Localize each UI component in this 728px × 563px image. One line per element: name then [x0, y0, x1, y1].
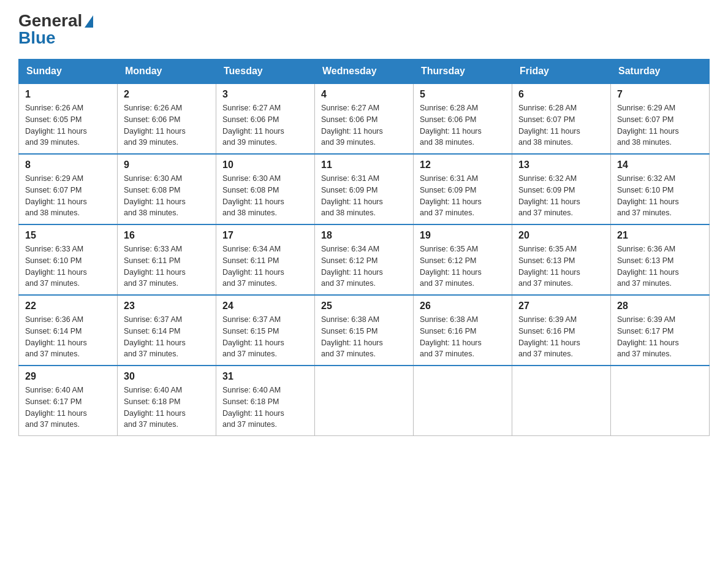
calendar-cell: 11Sunrise: 6:31 AMSunset: 6:09 PMDayligh…: [315, 154, 414, 224]
calendar-cell: 4Sunrise: 6:27 AMSunset: 6:06 PMDaylight…: [315, 83, 414, 154]
day-number: 19: [420, 230, 506, 241]
day-info: Sunrise: 6:28 AMSunset: 6:06 PMDaylight:…: [420, 102, 506, 148]
calendar-cell: [315, 366, 414, 436]
calendar-cell: 10Sunrise: 6:30 AMSunset: 6:08 PMDayligh…: [216, 154, 315, 224]
calendar-cell: 7Sunrise: 6:29 AMSunset: 6:07 PMDaylight…: [611, 83, 710, 154]
day-number: 27: [518, 301, 604, 312]
day-number: 16: [124, 230, 210, 241]
day-number: 6: [518, 89, 604, 100]
calendar-cell: 25Sunrise: 6:38 AMSunset: 6:15 PMDayligh…: [315, 295, 414, 366]
calendar-cell: 14Sunrise: 6:32 AMSunset: 6:10 PMDayligh…: [611, 154, 710, 224]
calendar-cell: 2Sunrise: 6:26 AMSunset: 6:06 PMDaylight…: [118, 83, 216, 154]
day-info: Sunrise: 6:38 AMSunset: 6:16 PMDaylight:…: [420, 314, 506, 360]
calendar-cell: 21Sunrise: 6:36 AMSunset: 6:13 PMDayligh…: [611, 224, 710, 295]
day-number: 7: [617, 89, 703, 100]
day-number: 26: [420, 301, 506, 312]
day-info: Sunrise: 6:33 AMSunset: 6:11 PMDaylight:…: [124, 243, 210, 289]
week-row-1: 1Sunrise: 6:26 AMSunset: 6:05 PMDaylight…: [19, 83, 710, 154]
day-info: Sunrise: 6:32 AMSunset: 6:10 PMDaylight:…: [617, 173, 703, 219]
day-info: Sunrise: 6:29 AMSunset: 6:07 PMDaylight:…: [25, 173, 111, 219]
day-number: 1: [25, 89, 111, 100]
calendar-cell: 8Sunrise: 6:29 AMSunset: 6:07 PMDaylight…: [19, 154, 118, 224]
calendar-cell: 3Sunrise: 6:27 AMSunset: 6:06 PMDaylight…: [216, 83, 315, 154]
week-row-3: 15Sunrise: 6:33 AMSunset: 6:10 PMDayligh…: [19, 224, 710, 295]
calendar-weekday-tuesday: Tuesday: [216, 59, 315, 84]
day-info: Sunrise: 6:40 AMSunset: 6:17 PMDaylight:…: [25, 385, 111, 431]
day-info: Sunrise: 6:33 AMSunset: 6:10 PMDaylight:…: [25, 243, 111, 289]
calendar-cell: 16Sunrise: 6:33 AMSunset: 6:11 PMDayligh…: [118, 224, 216, 295]
calendar-cell: 5Sunrise: 6:28 AMSunset: 6:06 PMDaylight…: [414, 83, 512, 154]
calendar-weekday-friday: Friday: [512, 59, 611, 84]
calendar-cell: 20Sunrise: 6:35 AMSunset: 6:13 PMDayligh…: [512, 224, 611, 295]
day-info: Sunrise: 6:30 AMSunset: 6:08 PMDaylight:…: [222, 173, 308, 219]
day-info: Sunrise: 6:39 AMSunset: 6:17 PMDaylight:…: [617, 314, 703, 360]
day-number: 18: [321, 230, 407, 241]
day-number: 12: [420, 159, 506, 170]
calendar-cell: 1Sunrise: 6:26 AMSunset: 6:05 PMDaylight…: [19, 83, 118, 154]
calendar-cell: 12Sunrise: 6:31 AMSunset: 6:09 PMDayligh…: [414, 154, 512, 224]
day-info: Sunrise: 6:39 AMSunset: 6:16 PMDaylight:…: [518, 314, 604, 360]
day-info: Sunrise: 6:36 AMSunset: 6:14 PMDaylight:…: [25, 314, 111, 360]
day-info: Sunrise: 6:40 AMSunset: 6:18 PMDaylight:…: [222, 385, 308, 431]
calendar-table: SundayMondayTuesdayWednesdayThursdayFrid…: [18, 59, 710, 436]
calendar-weekday-monday: Monday: [118, 59, 216, 84]
calendar-cell: 22Sunrise: 6:36 AMSunset: 6:14 PMDayligh…: [19, 295, 118, 366]
day-number: 10: [222, 159, 308, 170]
calendar-weekday-saturday: Saturday: [611, 59, 710, 84]
day-number: 22: [25, 301, 111, 312]
calendar-cell: 27Sunrise: 6:39 AMSunset: 6:16 PMDayligh…: [512, 295, 611, 366]
page-header: General Blue: [18, 12, 710, 47]
calendar-cell: 13Sunrise: 6:32 AMSunset: 6:09 PMDayligh…: [512, 154, 611, 224]
day-info: Sunrise: 6:31 AMSunset: 6:09 PMDaylight:…: [420, 173, 506, 219]
day-number: 28: [617, 301, 703, 312]
week-row-4: 22Sunrise: 6:36 AMSunset: 6:14 PMDayligh…: [19, 295, 710, 366]
day-number: 17: [222, 230, 308, 241]
day-number: 11: [321, 159, 407, 170]
calendar-cell: 30Sunrise: 6:40 AMSunset: 6:18 PMDayligh…: [118, 366, 216, 436]
day-info: Sunrise: 6:27 AMSunset: 6:06 PMDaylight:…: [321, 102, 407, 148]
day-info: Sunrise: 6:28 AMSunset: 6:07 PMDaylight:…: [518, 102, 604, 148]
calendar-cell: [414, 366, 512, 436]
day-info: Sunrise: 6:29 AMSunset: 6:07 PMDaylight:…: [617, 102, 703, 148]
day-number: 8: [25, 159, 111, 170]
day-number: 25: [321, 301, 407, 312]
week-row-5: 29Sunrise: 6:40 AMSunset: 6:17 PMDayligh…: [19, 366, 710, 436]
day-info: Sunrise: 6:34 AMSunset: 6:12 PMDaylight:…: [321, 243, 407, 289]
calendar-cell: 28Sunrise: 6:39 AMSunset: 6:17 PMDayligh…: [611, 295, 710, 366]
day-number: 5: [420, 89, 506, 100]
day-info: Sunrise: 6:38 AMSunset: 6:15 PMDaylight:…: [321, 314, 407, 360]
day-info: Sunrise: 6:37 AMSunset: 6:15 PMDaylight:…: [222, 314, 308, 360]
day-number: 29: [25, 371, 111, 382]
day-number: 20: [518, 230, 604, 241]
day-info: Sunrise: 6:37 AMSunset: 6:14 PMDaylight:…: [124, 314, 210, 360]
day-info: Sunrise: 6:26 AMSunset: 6:06 PMDaylight:…: [124, 102, 210, 148]
day-info: Sunrise: 6:32 AMSunset: 6:09 PMDaylight:…: [518, 173, 604, 219]
calendar-cell: 29Sunrise: 6:40 AMSunset: 6:17 PMDayligh…: [19, 366, 118, 436]
calendar-weekday-thursday: Thursday: [414, 59, 512, 84]
day-number: 15: [25, 230, 111, 241]
day-number: 14: [617, 159, 703, 170]
calendar-weekday-sunday: Sunday: [19, 59, 118, 84]
logo-blue-text: Blue: [18, 29, 56, 47]
calendar-cell: 24Sunrise: 6:37 AMSunset: 6:15 PMDayligh…: [216, 295, 315, 366]
day-info: Sunrise: 6:31 AMSunset: 6:09 PMDaylight:…: [321, 173, 407, 219]
calendar-cell: 6Sunrise: 6:28 AMSunset: 6:07 PMDaylight…: [512, 83, 611, 154]
day-info: Sunrise: 6:26 AMSunset: 6:05 PMDaylight:…: [25, 102, 111, 148]
day-number: 30: [124, 371, 210, 382]
day-number: 31: [222, 371, 308, 382]
day-number: 4: [321, 89, 407, 100]
calendar-header-row: SundayMondayTuesdayWednesdayThursdayFrid…: [19, 59, 710, 84]
day-number: 9: [124, 159, 210, 170]
day-info: Sunrise: 6:35 AMSunset: 6:13 PMDaylight:…: [518, 243, 604, 289]
calendar-cell: [512, 366, 611, 436]
calendar-cell: 18Sunrise: 6:34 AMSunset: 6:12 PMDayligh…: [315, 224, 414, 295]
day-number: 13: [518, 159, 604, 170]
day-number: 24: [222, 301, 308, 312]
day-number: 2: [124, 89, 210, 100]
calendar-cell: 26Sunrise: 6:38 AMSunset: 6:16 PMDayligh…: [414, 295, 512, 366]
day-info: Sunrise: 6:35 AMSunset: 6:12 PMDaylight:…: [420, 243, 506, 289]
week-row-2: 8Sunrise: 6:29 AMSunset: 6:07 PMDaylight…: [19, 154, 710, 224]
day-info: Sunrise: 6:27 AMSunset: 6:06 PMDaylight:…: [222, 102, 308, 148]
calendar-cell: 9Sunrise: 6:30 AMSunset: 6:08 PMDaylight…: [118, 154, 216, 224]
day-number: 23: [124, 301, 210, 312]
